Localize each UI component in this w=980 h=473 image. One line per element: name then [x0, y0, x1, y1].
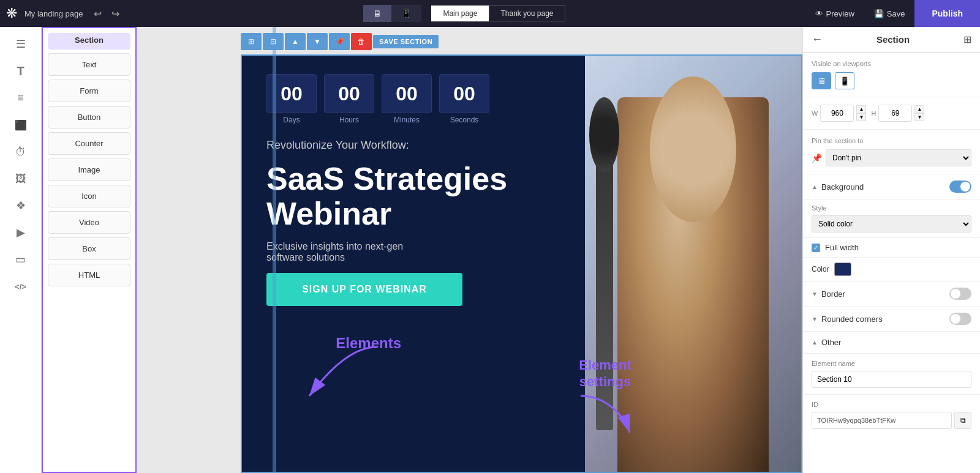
background-label: Background: [821, 182, 864, 192]
main-layout: ☰ T ≡ ⬛ ⏱ 🖼 ❖ ▶ ▭ </> Section Te: [0, 27, 980, 473]
style-select[interactable]: Solid color Gradient Image Video: [812, 215, 971, 233]
right-panel-title: Section: [876, 34, 910, 45]
section-image: [585, 56, 801, 472]
sidebar-item-button[interactable]: ⬛: [6, 113, 36, 137]
viewport-section: Visible on viewports 🖥 📱: [803, 53, 980, 97]
save-section-button[interactable]: SAVE SECTION: [373, 35, 439, 48]
width-up-button[interactable]: ▲: [856, 105, 866, 113]
sections-icon: ☰: [16, 37, 26, 51]
style-label: Style: [812, 204, 971, 212]
rounded-corners-row[interactable]: ▼ Rounded corners: [803, 307, 980, 332]
section-toolbar: ⊞ ⊟ ▲ ▼ 📌 🗑 SAVE SECTION: [241, 27, 439, 50]
width-stepper: ▲ ▼: [856, 105, 866, 121]
rounded-toggle-knob: [951, 314, 960, 324]
element-panel-header: Section: [48, 33, 130, 50]
toolbar-move-button[interactable]: ⊞: [241, 33, 262, 50]
panel-resize-handle[interactable]: [273, 27, 276, 473]
desktop-viewport-button[interactable]: 🖥: [812, 72, 831, 89]
element-item-button[interactable]: Button: [48, 106, 130, 128]
sidebar-item-sections[interactable]: ☰: [6, 32, 36, 56]
section-title-line2: Webinar: [266, 196, 567, 231]
width-input[interactable]: [820, 105, 854, 122]
main-page-tab[interactable]: Main page: [431, 6, 489, 21]
sidebar-item-box[interactable]: ▭: [6, 247, 36, 272]
sidebar-item-text[interactable]: T: [6, 59, 36, 83]
element-name-input[interactable]: [812, 371, 971, 388]
element-item-form[interactable]: Form: [48, 80, 130, 102]
element-item-video[interactable]: Video: [48, 211, 130, 234]
left-sidebar: ☰ T ≡ ⬛ ⏱ 🖼 ❖ ▶ ▭ </>: [0, 27, 42, 473]
pin-icon: 📌: [812, 153, 822, 163]
background-toggle[interactable]: [949, 181, 971, 193]
image-icon: 🖼: [15, 173, 26, 185]
background-toggle-knob: [960, 182, 970, 192]
preview-button[interactable]: 👁 Preview: [805, 0, 864, 27]
other-row[interactable]: ▲ Other: [803, 332, 980, 354]
countdown-hours-value: 00: [324, 74, 374, 113]
sidebar-item-counter[interactable]: ⏱: [6, 140, 36, 164]
toolbar-delete-button[interactable]: 🗑: [351, 33, 372, 50]
canvas-area: ⊞ ⊟ ▲ ▼ 📌 🗑 SAVE SECTION 00 Days: [137, 27, 802, 473]
redo-button[interactable]: ↪: [108, 6, 123, 22]
countdown-seconds-value: 00: [439, 74, 489, 113]
cta-button[interactable]: SIGN UP FOR WEBINAR: [266, 273, 462, 306]
dimensions-row: W ▲ ▼ H ▲ ▼: [812, 105, 971, 122]
element-item-html[interactable]: HTML: [48, 264, 130, 286]
id-copy-button[interactable]: ⧉: [954, 412, 971, 429]
toolbar-pin-button[interactable]: 📌: [329, 33, 350, 50]
other-chevron: ▲: [812, 339, 818, 346]
border-label: Border: [821, 289, 845, 299]
background-row[interactable]: ▲ Background: [803, 174, 980, 199]
countdown-hours-label: Hours: [339, 116, 359, 124]
element-item-box[interactable]: Box: [48, 237, 130, 260]
save-label: Save: [887, 9, 905, 18]
undo-button[interactable]: ↩: [90, 6, 105, 22]
toolbar-up-button[interactable]: ▲: [285, 33, 306, 50]
sidebar-item-image[interactable]: 🖼: [6, 166, 36, 191]
element-name-section: Element name: [803, 354, 980, 395]
sidebar-item-video[interactable]: ▶: [6, 220, 36, 245]
sidebar-item-html[interactable]: </>: [6, 274, 36, 299]
element-item-counter[interactable]: Counter: [48, 132, 130, 155]
pin-select[interactable]: Don't pin Top Bottom: [826, 149, 971, 166]
width-down-button[interactable]: ▼: [856, 113, 866, 121]
box-icon: ▭: [15, 253, 26, 266]
device-switcher: 🖥 📱: [363, 5, 421, 22]
pin-row: 📌 Don't pin Top Bottom: [812, 149, 971, 166]
color-label: Color: [812, 265, 829, 274]
id-input[interactable]: [812, 412, 952, 429]
thank-you-page-tab[interactable]: Thank you page: [489, 6, 565, 21]
toolbar-down-button[interactable]: ▼: [307, 33, 328, 50]
element-item-icon[interactable]: Icon: [48, 185, 130, 207]
page-tabs: Main page Thank you page: [431, 6, 565, 21]
section-left: 00 Days 00 Hours 00 Minutes 00: [242, 56, 585, 472]
save-button[interactable]: 💾 Save: [864, 0, 915, 27]
rounded-chevron: ▼: [812, 316, 818, 322]
height-down-button[interactable]: ▼: [914, 113, 924, 121]
height-input[interactable]: [878, 105, 912, 122]
desktop-view-button[interactable]: 🖥: [363, 5, 391, 22]
fullwidth-checkbox[interactable]: ✓: [812, 244, 820, 252]
publish-button[interactable]: Publish: [914, 0, 980, 27]
rounded-toggle[interactable]: [949, 313, 971, 325]
id-label: ID: [812, 401, 971, 408]
background-chevron: ▲: [812, 184, 818, 190]
viewport-label: Visible on viewports: [812, 60, 971, 67]
back-button[interactable]: ←: [812, 33, 823, 46]
element-item-text[interactable]: Text: [48, 53, 130, 76]
sidebar-item-form[interactable]: ≡: [6, 86, 36, 110]
color-swatch[interactable]: [834, 263, 851, 276]
height-label: H: [871, 110, 876, 117]
countdown-days-label: Days: [283, 116, 300, 124]
counter-icon: ⏱: [15, 146, 26, 158]
grid-view-button[interactable]: ⊞: [963, 34, 971, 45]
id-section: ID ⧉: [803, 395, 980, 435]
mobile-view-button[interactable]: 📱: [391, 5, 421, 22]
mobile-viewport-button[interactable]: 📱: [835, 72, 854, 89]
sidebar-item-icon[interactable]: ❖: [6, 193, 36, 218]
height-up-button[interactable]: ▲: [914, 105, 924, 113]
border-row[interactable]: ▼ Border: [803, 281, 980, 307]
toolbar-duplicate-button[interactable]: ⊟: [263, 33, 284, 50]
border-toggle[interactable]: [949, 288, 971, 300]
element-item-image[interactable]: Image: [48, 158, 130, 181]
